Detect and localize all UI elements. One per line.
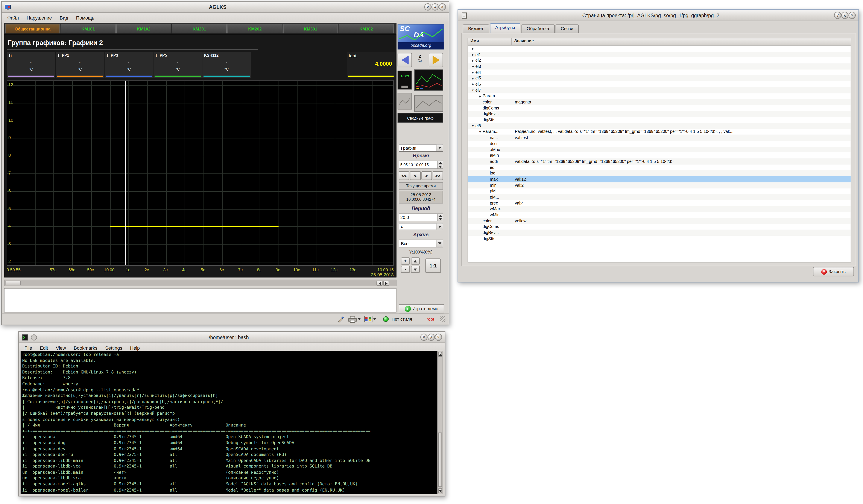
tree-row[interactable]: na...val:test: [468, 135, 851, 141]
period-unit-combobox[interactable]: c: [399, 223, 443, 230]
shift-up-button[interactable]: [411, 257, 420, 265]
close-button[interactable]: ✕: [439, 3, 446, 11]
tree-row[interactable]: log: [468, 171, 851, 176]
period-spinbox[interactable]: 20,0: [399, 214, 443, 221]
tree-row[interactable]: colormagenta: [468, 99, 851, 105]
tab-Связи[interactable]: Связи: [555, 24, 579, 33]
column-name[interactable]: Имя: [468, 38, 512, 45]
tree-row[interactable]: ▶el6: [468, 81, 851, 87]
zoom-out-button[interactable]: -: [401, 266, 410, 273]
help-button[interactable]: ?: [834, 12, 841, 19]
printer-icon[interactable]: [348, 316, 361, 323]
page-thumbnail-trend[interactable]: [414, 70, 443, 91]
style-brush-icon[interactable]: [337, 316, 345, 323]
chart-cursor[interactable]: [125, 81, 125, 266]
tree-row[interactable]: pM...: [468, 194, 851, 200]
tree-row[interactable]: coloryellow: [468, 218, 851, 224]
page-tab[interactable]: KM101: [61, 24, 115, 33]
page-tab[interactable]: KM102: [116, 24, 171, 33]
tree-row[interactable]: ▶el4: [468, 69, 851, 75]
page-thumbnail-gray2[interactable]: [414, 95, 443, 112]
tree-row[interactable]: precval:4: [468, 200, 851, 206]
project-titlebar[interactable]: Страница проекта: /prj_AGLKS/pg_so/pg_1/…: [458, 10, 859, 21]
terminal-screen[interactable]: root@debian:/home/user# lsb_release -a N…: [21, 351, 437, 494]
close-button[interactable]: ✕: [848, 12, 856, 19]
scroll-up-button[interactable]: [438, 352, 442, 357]
param-box[interactable]: Ti-°C: [7, 52, 55, 78]
expand-icon[interactable]: ▶: [470, 59, 475, 62]
tree-row[interactable]: digComs: [468, 105, 851, 111]
close-button[interactable]: ✕: [435, 333, 442, 341]
expand-icon[interactable]: ▶: [470, 71, 475, 74]
tree-row[interactable]: digStts: [468, 117, 851, 123]
tree-row[interactable]: wMin: [468, 212, 851, 218]
spin-up-icon[interactable]: [438, 214, 442, 217]
param-box[interactable]: T_PP5-°C: [153, 52, 202, 78]
view-mode-combobox[interactable]: График: [399, 144, 443, 152]
page-tab[interactable]: KM202: [227, 24, 282, 33]
palette-icon[interactable]: [364, 316, 377, 323]
message-area[interactable]: [4, 288, 397, 313]
expand-icon[interactable]: ▶: [470, 65, 475, 68]
menu-item[interactable]: Help: [126, 344, 144, 352]
menu-item[interactable]: View: [52, 344, 70, 352]
spin-down-icon[interactable]: [438, 217, 442, 221]
menu-item[interactable]: Помощь: [72, 13, 98, 21]
param-box-test[interactable]: test 4.0000: [347, 52, 395, 78]
tree-row[interactable]: ▶Param...: [468, 93, 851, 99]
minimize-button[interactable]: ∨: [424, 3, 432, 11]
tree-row[interactable]: aMin: [468, 153, 851, 159]
menu-item[interactable]: File: [21, 344, 36, 352]
expand-icon[interactable]: ▶: [470, 53, 475, 56]
tree-row[interactable]: maxval:12: [468, 176, 851, 182]
tree-row[interactable]: dscr: [468, 141, 851, 147]
tab-Обработка[interactable]: Обработка: [521, 24, 554, 33]
tree-row[interactable]: pM...: [468, 188, 851, 194]
chart-horizontal-scrollbar[interactable]: [4, 280, 397, 286]
menu-item[interactable]: Файл: [3, 13, 23, 21]
zoom-in-button[interactable]: +: [401, 257, 410, 265]
terminal-titlebar[interactable]: /home/user : bash ∨∧✕: [19, 332, 445, 343]
menu-item[interactable]: Settings: [101, 344, 126, 352]
tree-row[interactable]: ed: [468, 164, 851, 171]
page-thumbnail-clock[interactable]: 10:03: [398, 71, 412, 89]
maximize-button[interactable]: ∧: [428, 333, 435, 341]
tree-row[interactable]: ▶el5: [468, 75, 851, 81]
tree-row[interactable]: digStts: [468, 236, 851, 242]
collapse-icon[interactable]: ▼: [478, 130, 483, 134]
param-box[interactable]: T_PP3-°C: [104, 52, 153, 78]
scrollbar-handle[interactable]: [5, 281, 21, 285]
tree-row[interactable]: ▶el1: [468, 51, 851, 58]
collapse-icon[interactable]: ▼: [470, 124, 475, 127]
page-tab[interactable]: KM201: [172, 24, 227, 33]
maximize-button[interactable]: ∧: [432, 3, 439, 11]
tab-Виджет[interactable]: Виджет: [463, 24, 489, 33]
tree-row[interactable]: wMax: [468, 206, 851, 212]
tree-row[interactable]: aMax: [468, 147, 851, 153]
scroll-left-button[interactable]: [376, 281, 382, 286]
menu-item[interactable]: Edit: [36, 344, 52, 352]
resize-grip[interactable]: [440, 316, 446, 322]
tree-row[interactable]: addrval:data:<d s="1" tm="1369465209" tm…: [468, 159, 851, 164]
page-tab[interactable]: KM302: [339, 24, 393, 33]
collapse-icon[interactable]: ▼: [470, 88, 475, 92]
spin-up-icon[interactable]: [438, 161, 442, 165]
terminal-scrollbar[interactable]: [437, 351, 443, 494]
page-tab[interactable]: KM301: [283, 24, 338, 33]
nav-back-button[interactable]: <: [410, 171, 421, 180]
next-page-button[interactable]: [429, 53, 443, 67]
tree-row[interactable]: digRev...: [468, 230, 851, 236]
summary-graphs-button[interactable]: Сводные граф: [398, 113, 443, 123]
aglks-titlebar[interactable]: AGLKS ∨∧✕: [2, 2, 449, 13]
tree-row[interactable]: ▶el3: [468, 63, 851, 69]
time-spinbox[interactable]: 5.05.13 10:00:15: [399, 161, 443, 169]
param-box[interactable]: KSH112-°C: [202, 52, 251, 78]
archive-combobox[interactable]: Все: [399, 240, 443, 247]
chart-plot-area[interactable]: 12111098765432: [7, 80, 394, 266]
tree-row[interactable]: ▼el8: [468, 123, 851, 129]
prev-page-button[interactable]: [398, 53, 412, 67]
tree-row[interactable]: ▶.: [468, 46, 851, 51]
page-tab[interactable]: Общестанционна: [5, 24, 60, 33]
nav-fast-back-button[interactable]: <<: [399, 171, 409, 180]
expand-icon[interactable]: ▶: [470, 83, 475, 86]
